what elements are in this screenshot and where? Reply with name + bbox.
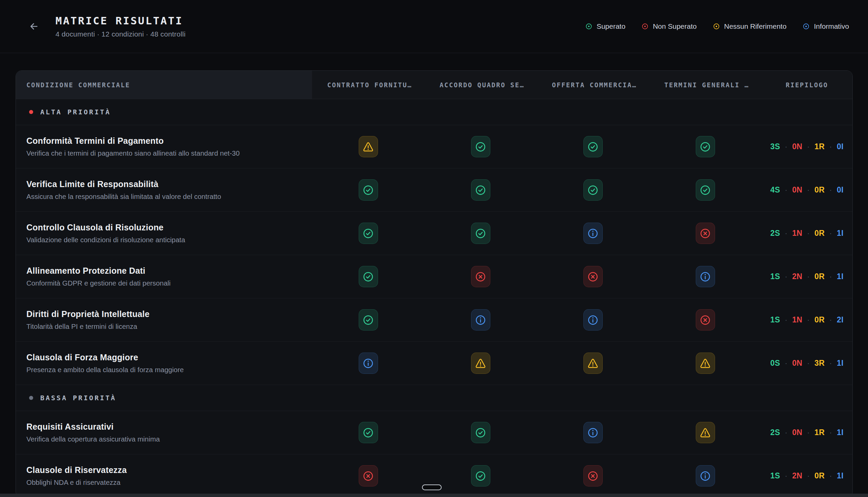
condition-description: Conformità GDPR e gestione dei dati pers… [26, 279, 312, 287]
table-row[interactable]: Clausola di Forza MaggiorePresenza e amb… [16, 342, 852, 385]
column-header-document-1[interactable]: CONTRATTO FORNITU… [312, 71, 424, 99]
status-badge-warn[interactable] [696, 422, 715, 443]
summary-separator: · [785, 472, 787, 480]
status-badge-fail[interactable] [583, 465, 603, 486]
summary-pass-count: 0S [770, 359, 780, 368]
summary-separator: · [829, 142, 832, 151]
status-badge-info[interactable] [696, 465, 715, 486]
pass-icon [474, 470, 487, 482]
back-button[interactable] [26, 19, 41, 34]
status-cell [424, 298, 537, 341]
pass-icon [474, 141, 487, 153]
column-header-document-4[interactable]: TERMINI GENERALI … [649, 71, 762, 99]
column-header-document-3[interactable]: OFFERTA COMMERCIA… [537, 71, 649, 99]
summary-pass-count: 2S [770, 428, 780, 437]
fail-icon [474, 271, 487, 283]
summary-info-count: 0I [837, 185, 844, 195]
legend-item-pass: Superato [585, 22, 625, 30]
status-badge-fail[interactable] [359, 465, 378, 486]
table-row[interactable]: Allineamento Protezione DatiConformità G… [16, 255, 852, 298]
summary-pass-count: 4S [770, 185, 780, 195]
pass-icon [362, 314, 374, 326]
status-badge-info[interactable] [359, 353, 378, 374]
matrix-header-row: CONDIZIONE COMMERCIALECONTRATTO FORNITU…… [16, 71, 852, 99]
status-cell [649, 342, 762, 385]
status-badge-pass[interactable] [471, 223, 490, 244]
status-badge-info[interactable] [471, 309, 490, 330]
summary-fail-count: 0N [792, 359, 802, 368]
info-icon [362, 357, 374, 369]
summary-warn-count: 1R [814, 142, 825, 151]
summary-info-count: 1I [837, 272, 844, 281]
status-badge-pass[interactable] [359, 422, 378, 443]
summary-pass-count: 1S [770, 315, 780, 325]
summary-cell: 2S·0N·1R·1I [762, 411, 852, 454]
status-badge-pass[interactable] [471, 179, 490, 201]
summary-separator: · [829, 272, 832, 281]
info-icon [587, 227, 599, 240]
status-badge-pass[interactable] [583, 136, 603, 157]
section-header-low-priority: BASSA PRIORITÀ [16, 385, 852, 411]
condition-description: Verifica della copertura assicurativa mi… [26, 435, 312, 443]
status-badge-info[interactable] [583, 223, 603, 244]
table-row[interactable]: Controllo Clausola di RisoluzioneValidaz… [16, 212, 852, 255]
summary-separator: · [807, 229, 810, 238]
status-badge-pass[interactable] [583, 179, 603, 201]
summary-separator: · [785, 316, 787, 325]
status-badge-pass[interactable] [471, 136, 490, 157]
status-cell [312, 342, 424, 385]
status-badge-fail[interactable] [471, 266, 490, 287]
status-badge-pass[interactable] [359, 179, 378, 201]
section-label: BASSA PRIORITÀ [40, 394, 116, 402]
table-row[interactable]: Conformità Termini di PagamentoVerifica … [16, 125, 852, 169]
status-cell [537, 212, 649, 255]
info-icon [587, 427, 599, 439]
status-badge-pass[interactable] [471, 465, 490, 486]
status-badge-pass[interactable] [359, 266, 378, 287]
status-cell [649, 169, 762, 211]
column-header-summary: RIEPILOGO [762, 71, 852, 99]
status-cell [649, 255, 762, 298]
top-bar: MATRICE RISULTATI 4 documenti · 12 condi… [0, 0, 868, 53]
legend-item-info: Informativo [802, 22, 849, 30]
scroll-handle[interactable] [422, 484, 442, 490]
summary-warn-count: 3R [814, 359, 825, 368]
status-badge-fail[interactable] [583, 266, 603, 287]
status-cell [649, 454, 762, 497]
status-badge-warn[interactable] [696, 353, 715, 374]
warn-icon [474, 357, 487, 369]
status-badge-info[interactable] [583, 309, 603, 330]
status-badge-pass[interactable] [696, 179, 715, 201]
status-badge-warn[interactable] [583, 353, 603, 374]
table-row[interactable]: Requisiti AssicurativiVerifica della cop… [16, 411, 852, 454]
status-cell [424, 169, 537, 211]
table-row[interactable]: Diritti di Proprietà IntellettualeTitola… [16, 298, 852, 342]
summary-pass-count: 1S [770, 471, 780, 480]
pass-icon [474, 227, 487, 240]
summary-cell: 2S·1N·0R·1I [762, 212, 852, 255]
status-badge-fail[interactable] [696, 223, 715, 244]
status-badge-info[interactable] [583, 422, 603, 443]
warn-icon [362, 141, 374, 153]
status-cell [649, 298, 762, 341]
status-badge-pass[interactable] [471, 422, 490, 443]
legend-label: Informativo [814, 22, 849, 30]
summary-separator: · [829, 186, 832, 195]
status-badge-info[interactable] [696, 266, 715, 287]
pass-icon [362, 227, 374, 240]
status-cell [424, 255, 537, 298]
bottom-edge [0, 494, 868, 497]
table-row[interactable]: Clausole di RiservatezzaObblighi NDA e d… [16, 454, 852, 497]
column-header-document-2[interactable]: ACCORDO QUADRO SE… [424, 71, 537, 99]
status-badge-warn[interactable] [359, 136, 378, 157]
status-badge-warn[interactable] [471, 353, 490, 374]
condition-title: Controllo Clausola di Risoluzione [26, 223, 312, 232]
table-row[interactable]: Verifica Limite di ResponsabilitàAssicur… [16, 169, 852, 212]
status-badge-fail[interactable] [696, 309, 715, 330]
status-badge-pass[interactable] [359, 223, 378, 244]
summary-cell: 1S·2N·0R·1I [762, 454, 852, 497]
status-badge-pass[interactable] [359, 309, 378, 330]
summary-cell: 4S·0N·0R·0I [762, 169, 852, 211]
status-badge-pass[interactable] [696, 136, 715, 157]
legend-label: Non Superato [653, 22, 697, 30]
